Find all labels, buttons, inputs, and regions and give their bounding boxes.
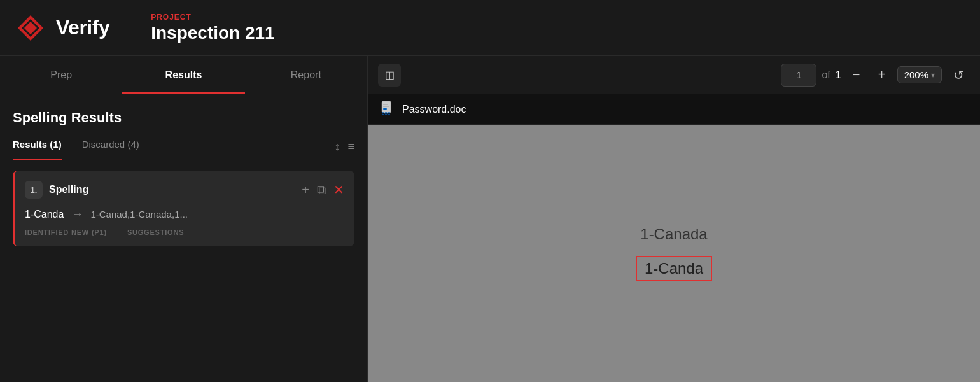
main-layout: Prep Results Report Spelling Results Res… (0, 56, 980, 382)
app-name: Verify (56, 16, 109, 39)
header-divider (130, 13, 130, 43)
result-arrow: → (71, 208, 83, 221)
add-button[interactable]: + (302, 183, 309, 197)
sub-tabs: Results (1) Discarded (4) ↕ ≡ (13, 139, 354, 160)
doc-viewer: 1-Canada 1-Canda (368, 125, 980, 382)
result-card: 1. Spelling + ⧉ ✕ 1-Canda → 1-Canad,1-Ca… (13, 171, 354, 246)
svg-rect-5 (383, 108, 387, 110)
svg-rect-6 (383, 106, 389, 107)
sidebar-icon: ◫ (385, 69, 395, 81)
page-next-button[interactable]: + (872, 65, 892, 85)
result-footer: IDENTIFIED NEW (P1) SUGGESTIONS (25, 229, 344, 236)
identified-label: IDENTIFIED NEW (P1) (25, 229, 107, 236)
page-number-input[interactable] (781, 64, 816, 87)
tab-results[interactable]: Results (122, 56, 244, 94)
logo-area: Verify (15, 13, 109, 43)
filter-icon[interactable]: ≡ (347, 140, 354, 153)
svg-text:DOC: DOC (382, 111, 391, 115)
zoom-dropdown-icon: ▾ (931, 71, 935, 80)
sub-tabs-icons: ↕ ≡ (334, 140, 354, 153)
nav-tabs: Prep Results Report (0, 56, 367, 94)
doc-file-icon: DOC (381, 101, 395, 118)
refresh-button[interactable]: ↺ (947, 64, 970, 87)
sub-tab-results[interactable]: Results (1) (13, 139, 62, 155)
suggestions-label: SUGGESTIONS (127, 229, 184, 236)
tab-prep[interactable]: Prep (0, 56, 122, 94)
copy-button[interactable]: ⧉ (317, 183, 326, 197)
result-type: Spelling (49, 184, 88, 195)
app-header: Verify PROJECT Inspection 211 (0, 0, 980, 56)
result-original: 1-Canda (25, 209, 64, 220)
doc-header-bar: DOC Password.doc (368, 94, 980, 125)
project-info: PROJECT Inspection 211 (151, 13, 275, 43)
tab-report[interactable]: Report (245, 56, 367, 94)
result-content: 1-Canda → 1-Canad,1-Canada,1... (25, 208, 344, 221)
doc-filename: Password.doc (402, 104, 466, 115)
page-total: 1 (836, 69, 841, 81)
zoom-label: 200% (904, 69, 928, 80)
project-label: PROJECT (151, 13, 275, 22)
page-prev-button[interactable]: − (846, 65, 867, 85)
close-button[interactable]: ✕ (333, 182, 344, 197)
left-content: Spelling Results Results (1) Discarded (… (0, 94, 367, 382)
result-suggestion: 1-Canad,1-Canada,1... (90, 209, 188, 220)
doc-toolbar: ◫ of 1 − + 200% ▾ ↺ (368, 56, 980, 94)
sub-tab-discarded[interactable]: Discarded (4) (82, 139, 139, 155)
section-title: Spelling Results (13, 110, 354, 126)
project-name: Inspection 211 (151, 23, 275, 43)
right-panel: ◫ of 1 − + 200% ▾ ↺ (368, 56, 980, 382)
doc-correct-word: 1-Canada (640, 225, 707, 243)
zoom-control[interactable]: 200% ▾ (897, 66, 942, 83)
left-panel: Prep Results Report Spelling Results Res… (0, 56, 368, 382)
sidebar-toggle-button[interactable]: ◫ (378, 64, 401, 87)
card-actions: + ⧉ ✕ (302, 182, 344, 197)
logo-icon (15, 13, 46, 43)
doc-content: 1-Canada 1-Canda (636, 225, 712, 281)
svg-rect-7 (383, 104, 388, 105)
doc-error-word: 1-Canda (636, 256, 712, 281)
page-nav: of 1 − + 200% ▾ ↺ (781, 64, 970, 87)
result-card-header: 1. Spelling + ⧉ ✕ (25, 181, 344, 199)
page-of-label: of (822, 69, 830, 81)
sort-icon[interactable]: ↕ (334, 140, 340, 153)
result-number: 1. (25, 181, 43, 199)
